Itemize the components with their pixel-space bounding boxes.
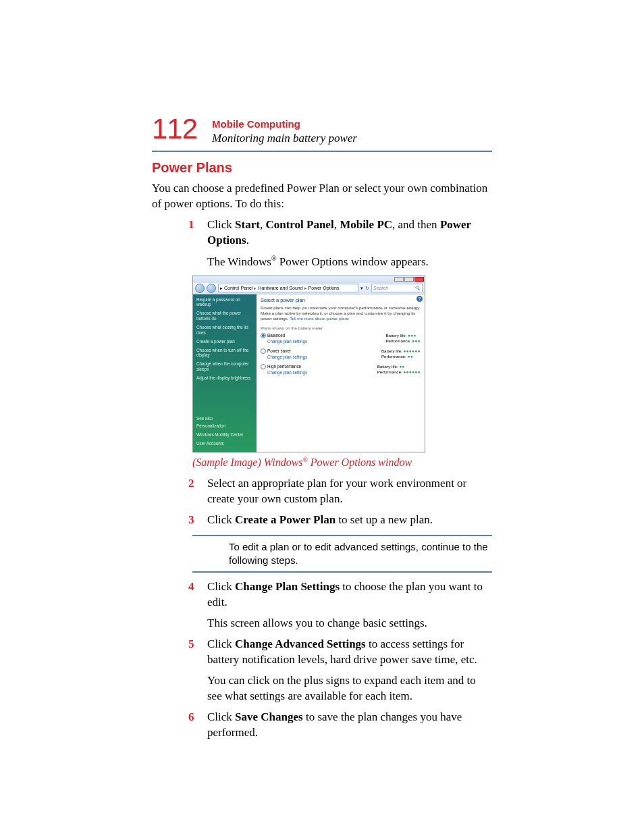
step-5: 5 Click Change Advanced Settings to acce…	[188, 637, 492, 704]
text: You can click on the plus signs to expan…	[207, 673, 492, 704]
dropdown-icon[interactable]: ▾	[360, 285, 363, 291]
tell-me-more-link[interactable]: Tell me more about power plans	[290, 316, 349, 321]
performance-dots: ●●	[408, 354, 413, 359]
performance-dots: ●●●	[412, 338, 421, 343]
step-number: 6	[188, 710, 207, 741]
change-plan-link[interactable]: Change plan settings	[267, 370, 307, 376]
window-titlebar	[193, 276, 425, 283]
radio-icon	[261, 364, 266, 369]
document-page: 112 Mobile Computing Monitoring main bat…	[0, 0, 644, 834]
step-4: 4 Click Change Plan Settings to choose t…	[188, 579, 492, 631]
plan-label: Balanced	[267, 333, 285, 338]
sidebar-link[interactable]: Require a password on wakeup	[196, 297, 253, 308]
screenshot-caption: (Sample Image) Windows® Power Options wi…	[192, 455, 492, 470]
header-titles: Mobile Computing Monitoring main battery…	[212, 115, 357, 147]
step-body: Click Create a Power Plan to set up a ne…	[207, 513, 492, 528]
change-plan-link[interactable]: Change plan settings	[267, 339, 307, 345]
see-also-link[interactable]: User Accounts	[196, 441, 253, 446]
forward-button[interactable]	[207, 284, 216, 293]
text: Power Options window	[308, 457, 412, 468]
step-3: 3 Click Create a Power Plan to set up a …	[188, 513, 492, 528]
kw-control-panel: Control Panel	[265, 218, 333, 231]
tasks-sidebar: Require a password on wakeup Choose what…	[193, 294, 257, 452]
text: This screen allows you to change basic s…	[207, 616, 492, 631]
chapter-title: Mobile Computing	[212, 118, 357, 131]
search-icon: 🔍	[414, 285, 421, 291]
registered-mark: ®	[303, 455, 308, 463]
text: Click	[207, 218, 235, 231]
crumb[interactable]: Control Panel	[224, 285, 252, 291]
note-text: To edit a plan or to edit advanced setti…	[229, 541, 488, 566]
text: (Sample Image) Windows	[192, 457, 303, 468]
battery-label: Battery life:	[377, 364, 400, 369]
sidebar-link[interactable]: Choose when to turn off the display	[196, 348, 253, 359]
sidebar-link[interactable]: Create a power plan	[196, 339, 253, 344]
text: Click	[207, 580, 235, 593]
kw-create-plan: Create a Power Plan	[235, 513, 336, 526]
text: The Windows	[207, 255, 271, 268]
text: Click	[207, 637, 235, 650]
help-icon[interactable]: ?	[417, 296, 423, 302]
see-also-link[interactable]: Windows Mobility Center	[196, 432, 253, 438]
step-number: 3	[188, 513, 207, 528]
step-1: 1 Click Start, Control Panel, Mobile PC,…	[188, 217, 492, 269]
battery-dots: ●●●	[408, 333, 417, 338]
plan-row-powersaver: Power saver Change plan settings Battery…	[261, 348, 421, 360]
plan-radio-powersaver[interactable]: Power saver	[261, 348, 307, 355]
plan-radio-balanced[interactable]: Balanced	[261, 333, 307, 339]
text: Click	[207, 710, 235, 723]
battery-label: Battery life:	[385, 333, 408, 338]
step-body: Click Start, Control Panel, Mobile PC, a…	[207, 217, 492, 269]
step-number: 2	[188, 476, 207, 507]
registered-mark: ®	[271, 255, 277, 262]
refresh-icon[interactable]: ↻	[365, 285, 369, 291]
text: Power Options window appears.	[277, 255, 429, 268]
kw-save-changes: Save Changes	[235, 710, 303, 723]
sidebar-link[interactable]: Change when the computer sleeps	[196, 361, 253, 372]
page-number: 112	[152, 115, 197, 143]
sidebar-link[interactable]: Adjust the display brightness	[196, 375, 253, 381]
step-number: 5	[188, 637, 207, 704]
change-plan-link[interactable]: Change plan settings	[267, 355, 307, 361]
search-placeholder: Search	[373, 285, 388, 291]
radio-icon	[261, 333, 266, 338]
search-input[interactable]: Search 🔍	[371, 284, 423, 292]
breadcrumb[interactable]: ▸ Control Panel ▸ Hardware and Sound ▸ P…	[218, 284, 358, 292]
heading-power-plans: Power Plans	[152, 159, 492, 177]
battery-dots: ●●	[399, 364, 404, 369]
chevron-right-icon: ▸	[304, 285, 307, 291]
back-button[interactable]	[195, 284, 205, 293]
step-6: 6 Click Save Changes to save the plan ch…	[188, 710, 492, 741]
radio-icon	[261, 348, 266, 354]
see-also-link[interactable]: Personalization	[196, 423, 253, 429]
step-body: Click Change Plan Settings to choose the…	[207, 579, 492, 631]
kw-change-plan-settings: Change Plan Settings	[235, 580, 340, 593]
page-header: 112 Mobile Computing Monitoring main bat…	[152, 115, 492, 152]
step-number: 1	[188, 217, 207, 269]
text: ,	[334, 218, 340, 231]
plans-legend: Plans shown on the battery meter	[261, 325, 421, 331]
chevron-right-icon: ▸	[254, 285, 257, 291]
text: , and then	[392, 218, 440, 231]
crumb[interactable]: Power Options	[308, 285, 340, 291]
folder-icon: ▸	[220, 285, 223, 291]
plan-radio-highperf[interactable]: High performance	[261, 364, 307, 370]
window-body: Require a password on wakeup Choose what…	[193, 294, 425, 452]
battery-label: Battery life:	[381, 348, 404, 353]
step-body: Click Save Changes to save the plan chan…	[207, 710, 492, 741]
kw-start: Start	[235, 218, 260, 231]
close-button[interactable]	[414, 277, 424, 282]
step-number: 4	[188, 579, 207, 631]
text: .	[246, 234, 249, 246]
text: Click	[207, 513, 235, 526]
sidebar-link[interactable]: Choose what closing the lid does	[196, 325, 253, 336]
text: Select an appropriate plan for your work…	[207, 476, 492, 507]
maximize-button[interactable]	[404, 277, 414, 282]
performance-label: Performance:	[381, 354, 408, 359]
see-also-section: See also Personalization Windows Mobilit…	[196, 416, 253, 449]
minimize-button[interactable]	[394, 277, 404, 282]
pane-description: Power plans can help you maximize your c…	[261, 305, 421, 322]
sidebar-link[interactable]: Choose what the power buttons do	[196, 311, 253, 321]
crumb[interactable]: Hardware and Sound	[258, 285, 302, 291]
step-body: Click Change Advanced Settings to access…	[207, 637, 492, 704]
